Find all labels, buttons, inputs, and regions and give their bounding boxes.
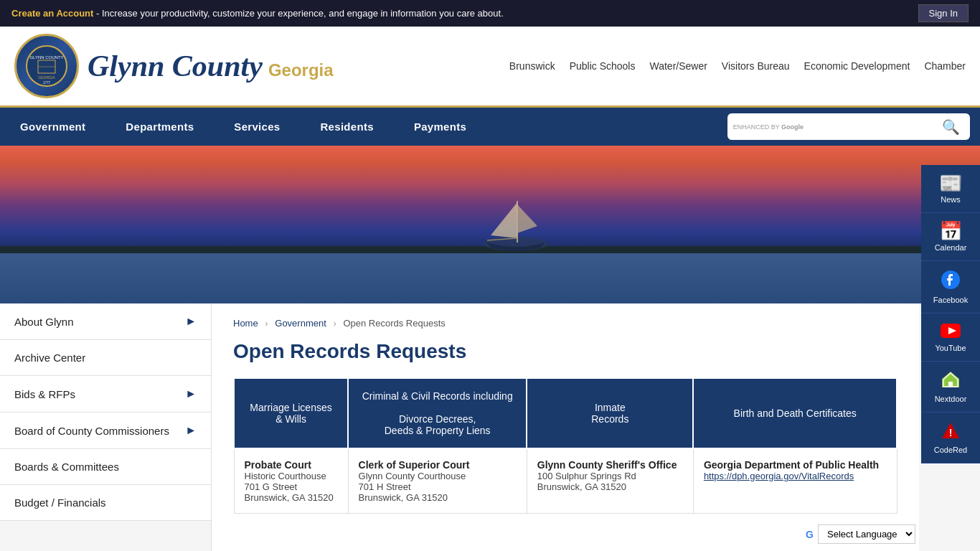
site-name: Glynn County	[88, 49, 263, 83]
nav-residents[interactable]: Residents	[300, 108, 393, 146]
translate-bar: G Select Language Spanish French German	[806, 524, 915, 544]
svg-point-0	[27, 46, 67, 86]
chamber-link[interactable]: Chamber	[924, 60, 966, 72]
svg-text:GEORGIA: GEORGIA	[38, 75, 55, 80]
search-enhanced-label: ENHANCED BY Google	[733, 123, 804, 131]
main-wrapper: About Glynn ► Archive Center Bids & RFPs…	[0, 303, 980, 551]
chevron-right-icon-2: ►	[185, 387, 197, 400]
vital-records-link[interactable]: https://dph.georgia.gov/VitalRecords	[704, 471, 854, 481]
col-marriage-licenses: Marriage Licenses& Wills	[234, 378, 348, 448]
hero-image	[0, 146, 980, 303]
nav-departments[interactable]: Departments	[105, 108, 214, 146]
nav-services[interactable]: Services	[214, 108, 300, 146]
sidebar-youtube[interactable]: YouTube	[921, 314, 980, 362]
cell-public-health: Georgia Department of Public Health http…	[693, 448, 897, 514]
youtube-icon	[941, 322, 961, 341]
page-title: Open Records Requests	[233, 340, 897, 363]
left-sidebar: About Glynn ► Archive Center Bids & RFPs…	[0, 303, 212, 551]
sidebar-item-budget-financials[interactable]: Budget / Financials	[0, 485, 211, 521]
nav-government[interactable]: Government	[0, 108, 105, 146]
search-area: ENHANCED BY Google 🔍	[727, 113, 970, 140]
svg-text:1777: 1777	[43, 81, 51, 85]
sidebar-item-bids-rfps[interactable]: Bids & RFPs ►	[0, 376, 211, 413]
breadcrumb-separator-1: ›	[265, 318, 268, 329]
language-select[interactable]: Select Language Spanish French German	[818, 524, 915, 544]
search-input[interactable]	[806, 117, 938, 137]
sidebar-codered[interactable]: ! CodeRed	[921, 413, 980, 463]
logo-area: GLYNN COUNTY GEORGIA 1777 Glynn County G…	[14, 34, 334, 98]
sidebar-facebook[interactable]: Facebook	[921, 261, 980, 314]
sidebar-item-boards-committees[interactable]: Boards & Committees	[0, 449, 211, 485]
sidebar-news[interactable]: 📰 News	[921, 165, 980, 213]
svg-rect-14	[948, 382, 953, 387]
site-state: Georgia	[268, 49, 334, 83]
right-sidebar: 📰 News 📅 Calendar Facebook YouTube	[921, 165, 980, 463]
breadcrumb-home[interactable]: Home	[233, 318, 258, 329]
svg-text:GLYNN COUNTY: GLYNN COUNTY	[29, 55, 63, 60]
facebook-icon	[941, 270, 961, 293]
breadcrumb-government[interactable]: Government	[275, 318, 326, 329]
table-row-departments: Probate Court Historic Courthouse 701 G …	[234, 448, 897, 514]
site-header: GLYNN COUNTY GEORGIA 1777 Glynn County G…	[0, 27, 980, 108]
top-bar: Create an Account - Increase your produc…	[0, 0, 980, 27]
codered-icon: !	[941, 421, 960, 443]
county-seal: GLYNN COUNTY GEORGIA 1777	[14, 34, 79, 98]
main-nav: Government Departments Services Resident…	[0, 108, 980, 146]
search-button[interactable]: 🔍	[938, 117, 964, 137]
create-account-link[interactable]: Create an Account	[11, 8, 93, 19]
sidebar-item-archive-center[interactable]: Archive Center	[0, 340, 211, 376]
top-bar-right: Sign In	[918, 4, 969, 22]
col-birth-death: Birth and Death Certificates	[693, 378, 897, 448]
col-inmate-records: InmateRecords	[527, 378, 693, 448]
nav-payments[interactable]: Payments	[394, 108, 486, 146]
sidebar-calendar[interactable]: 📅 Calendar	[921, 213, 980, 261]
sidebar-nextdoor[interactable]: Nextdoor	[921, 362, 980, 413]
chevron-right-icon: ►	[185, 315, 197, 328]
visitors-bureau-link[interactable]: Visitors Bureau	[722, 60, 790, 72]
public-schools-link[interactable]: Public Schools	[570, 60, 636, 72]
header-external-links: Brunswick Public Schools Water/Sewer Vis…	[509, 60, 966, 72]
cell-clerk-superior: Clerk of Superior Court Glynn County Cou…	[348, 448, 527, 514]
sign-in-button[interactable]: Sign In	[918, 4, 969, 22]
sidebar-item-about-glynn[interactable]: About Glynn ►	[0, 303, 211, 340]
economic-development-link[interactable]: Economic Development	[804, 60, 910, 72]
hero-water	[0, 253, 980, 303]
water-sewer-link[interactable]: Water/Sewer	[649, 60, 707, 72]
cell-sheriffs-office: Glynn County Sheriff's Office 100 Sulphu…	[527, 448, 693, 514]
sidebar-item-board-commissioners[interactable]: Board of County Commissioners ►	[0, 413, 211, 449]
breadcrumb-current: Open Records Requests	[343, 318, 445, 329]
chevron-right-icon-3: ►	[185, 424, 197, 437]
calendar-icon: 📅	[939, 222, 962, 240]
col-criminal-civil: Criminal & Civil Records includingDivorc…	[348, 378, 527, 448]
svg-text:!: !	[949, 427, 953, 438]
hero-boat	[473, 187, 559, 260]
content-area: Home › Government › Open Records Request…	[212, 303, 919, 551]
top-bar-message: Create an Account - Increase your produc…	[11, 8, 504, 19]
google-g-icon: G	[806, 529, 814, 540]
cell-probate-court: Probate Court Historic Courthouse 701 G …	[234, 448, 348, 514]
nextdoor-icon	[941, 370, 960, 392]
breadcrumb-separator-2: ›	[333, 318, 336, 329]
site-title-area: Glynn County Georgia	[88, 49, 334, 83]
records-table: Marriage Licenses& Wills Criminal & Civi…	[233, 377, 897, 514]
brunswick-link[interactable]: Brunswick	[509, 60, 555, 72]
nav-items: Government Departments Services Resident…	[0, 108, 717, 146]
breadcrumb: Home › Government › Open Records Request…	[233, 318, 897, 329]
news-icon: 📰	[939, 174, 962, 192]
